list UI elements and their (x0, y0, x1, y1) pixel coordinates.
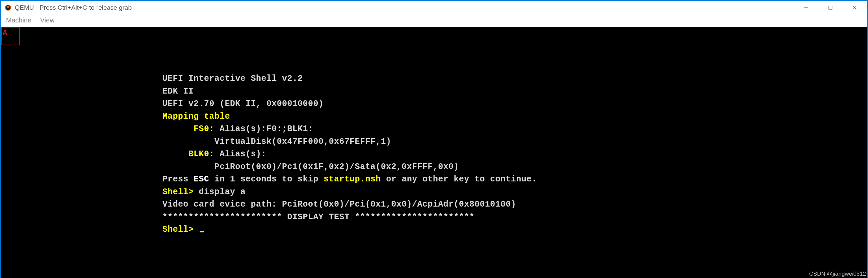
shell-text: EDK II (162, 87, 194, 96)
shell-line: EDK II (162, 85, 537, 98)
app-window: QEMU - Press Ctrl+Alt+G to release grab … (1, 1, 867, 278)
shell-text: UEFI Interactive Shell v2.2 (162, 74, 303, 84)
shell-line: VirtualDisk(0x47FF000,0x67FEFFF,1) (162, 135, 537, 148)
shell-line: BLK0: Alias(s): (162, 148, 537, 161)
shell-text: Alias(s):F0:;BLK1: (214, 124, 313, 134)
minimize-button[interactable] (794, 1, 818, 14)
shell-line: PciRoot(0x0)/Pci(0x1F,0x2)/Sata(0x2,0xFF… (162, 161, 537, 174)
shell-line: Mapping table (162, 110, 537, 123)
shell-text: Mapping table (162, 112, 230, 121)
shell-line: Shell> display a (162, 186, 537, 198)
shell-text: PciRoot(0x0)/Pci(0x1F,0x2)/Sata(0x2,0xFF… (162, 162, 459, 172)
console-viewport[interactable]: A UEFI Interactive Shell v2.2EDK IIUEFI … (1, 27, 867, 278)
shell-text: ESC (194, 174, 209, 184)
shell-line: Press ESC in 1 seconds to skip startup.n… (162, 173, 537, 186)
titlebar[interactable]: QEMU - Press Ctrl+Alt+G to release grab (1, 1, 867, 14)
shell-line: *********************** DISPLAY TEST ***… (162, 211, 537, 224)
shell-text: or any other key to continue. (381, 174, 537, 184)
app-icon (5, 4, 11, 11)
shell-text: Shell> (162, 225, 199, 235)
svg-rect-2 (829, 6, 832, 9)
shell-output: UEFI Interactive Shell v2.2EDK IIUEFI v2… (162, 72, 537, 236)
window-controls (794, 1, 867, 14)
shell-text: Video card evice path: PciRoot(0x0)/Pci(… (162, 199, 516, 209)
highlight-char: A (3, 29, 7, 37)
shell-text: VirtualDisk(0x47FF000,0x67FEFFF,1) (162, 137, 391, 147)
close-button[interactable] (842, 1, 867, 14)
shell-line: UEFI Interactive Shell v2.2 (162, 72, 537, 85)
shell-line: FS0: Alias(s):F0:;BLK1: (162, 123, 537, 135)
shell-text: Alias(s): (214, 149, 267, 159)
shell-text: UEFI v2.70 (EDK II, 0x00010000) (162, 99, 324, 109)
watermark: CSDN @jiangwei0512 (809, 271, 866, 277)
shell-text: BLK0: (162, 149, 214, 159)
shell-line: UEFI v2.70 (EDK II, 0x00010000) (162, 98, 537, 110)
cursor (199, 231, 204, 233)
shell-line: Shell> (162, 223, 537, 236)
window-title: QEMU - Press Ctrl+Alt+G to release grab (15, 4, 794, 11)
shell-text: in 1 seconds to skip (209, 174, 324, 184)
shell-text: FS0: (162, 124, 214, 134)
shell-text: startup.nsh (324, 174, 381, 184)
menubar: Machine View (1, 14, 867, 27)
menu-view[interactable]: View (40, 17, 55, 24)
shell-text: *********************** DISPLAY TEST ***… (162, 212, 474, 222)
menu-machine[interactable]: Machine (6, 17, 32, 24)
maximize-button[interactable] (818, 1, 842, 14)
shell-text: Press (162, 174, 194, 184)
shell-text: display a (199, 187, 246, 197)
shell-line: Video card evice path: PciRoot(0x0)/Pci(… (162, 198, 537, 211)
shell-text: Shell> (162, 187, 199, 197)
